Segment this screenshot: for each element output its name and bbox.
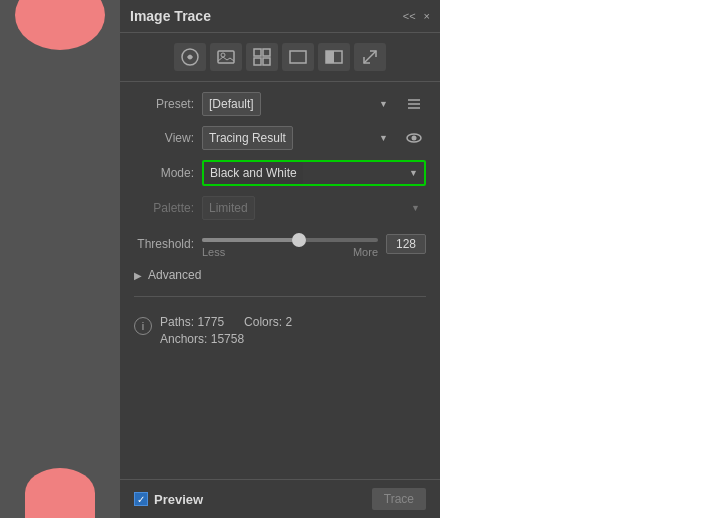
mode-select-wrapper: Black and White [202, 160, 426, 186]
canvas-area [440, 0, 721, 518]
info-icon[interactable]: i [134, 317, 152, 335]
preset-row: Preset: [Default] [134, 92, 426, 116]
palette-select-wrapper: Limited [202, 196, 426, 220]
advanced-label: Advanced [148, 268, 201, 282]
panel-controls: << × [403, 10, 430, 22]
arrow-right-icon: ▶ [134, 270, 142, 281]
svg-rect-5 [254, 58, 261, 65]
divider [134, 296, 426, 297]
view-select[interactable]: Tracing Result [202, 126, 293, 150]
trace-button[interactable]: Trace [372, 488, 426, 510]
preview-checkbox[interactable]: ✓ [134, 492, 148, 506]
anchors-label: Anchors: 15758 [160, 332, 244, 346]
advanced-row[interactable]: ▶ Advanced [134, 268, 426, 282]
grid-icon[interactable] [246, 43, 278, 71]
info-line-2: Anchors: 15758 [160, 332, 292, 346]
view-row: View: Tracing Result [134, 126, 426, 150]
anchors-value: 15758 [211, 332, 244, 346]
preview-label: Preview [154, 492, 203, 507]
preset-select[interactable]: [Default] [202, 92, 261, 116]
info-content: Paths: 1775 Colors: 2 Anchors: 15758 [160, 315, 292, 346]
colors-value: 2 [285, 315, 292, 329]
form-body: Preset: [Default] View: Tracing Result [120, 82, 440, 479]
svg-point-14 [412, 136, 417, 141]
palette-row: Palette: Limited [134, 196, 426, 220]
slider-thumb[interactable] [292, 233, 306, 247]
threshold-slider-track[interactable] [202, 238, 378, 242]
paths-value: 1775 [197, 315, 224, 329]
threshold-label: Threshold: [134, 237, 194, 251]
main-area: Image Trace << × [120, 0, 721, 518]
panel-header: Image Trace << × [120, 0, 440, 33]
preview-checkbox-wrap[interactable]: ✓ Preview [134, 492, 203, 507]
svg-rect-4 [263, 49, 270, 56]
info-line-1: Paths: 1775 Colors: 2 [160, 315, 292, 329]
auto-color-icon[interactable] [174, 43, 206, 71]
view-label: View: [134, 131, 194, 145]
threshold-slider-container: Less More [202, 230, 378, 258]
slider-labels: Less More [202, 246, 378, 258]
slider-fill [202, 238, 299, 242]
palette-select: Limited [202, 196, 255, 220]
rect-outline-icon[interactable] [282, 43, 314, 71]
image-trace-panel: Image Trace << × [120, 0, 440, 518]
info-row: i Paths: 1775 Colors: 2 Anchors: 15758 [134, 311, 426, 350]
photo-icon[interactable] [210, 43, 242, 71]
svg-rect-6 [263, 58, 270, 65]
preset-label: Preset: [134, 97, 194, 111]
toolbar-row [120, 33, 440, 82]
panel-title: Image Trace [130, 8, 211, 24]
colors-label: Colors: 2 [244, 315, 292, 329]
mode-label: Mode: [134, 166, 194, 180]
eye-icon[interactable] [402, 126, 426, 150]
view-select-wrapper: Tracing Result [202, 126, 394, 150]
collapse-button[interactable]: << [403, 10, 416, 22]
palette-label: Palette: [134, 201, 194, 215]
threshold-less-label: Less [202, 246, 225, 258]
threshold-more-label: More [353, 246, 378, 258]
paths-label: Paths: 1775 [160, 315, 224, 329]
mode-row: Mode: Black and White [134, 160, 426, 186]
threshold-value[interactable]: 128 [386, 234, 426, 254]
preset-menu-icon[interactable] [402, 92, 426, 116]
half-filled-icon[interactable] [318, 43, 350, 71]
preset-select-wrapper: [Default] [202, 92, 394, 116]
svg-rect-7 [290, 51, 306, 63]
svg-rect-1 [218, 51, 234, 63]
checkmark-icon: ✓ [137, 494, 145, 505]
expand-icon[interactable] [354, 43, 386, 71]
mode-select[interactable]: Black and White [204, 162, 303, 184]
panel-footer: ✓ Preview Trace [120, 479, 440, 518]
threshold-row: Threshold: Less More 128 [134, 230, 426, 258]
svg-rect-3 [254, 49, 261, 56]
close-button[interactable]: × [424, 10, 430, 22]
left-sidebar [0, 0, 120, 518]
svg-rect-9 [326, 51, 334, 63]
